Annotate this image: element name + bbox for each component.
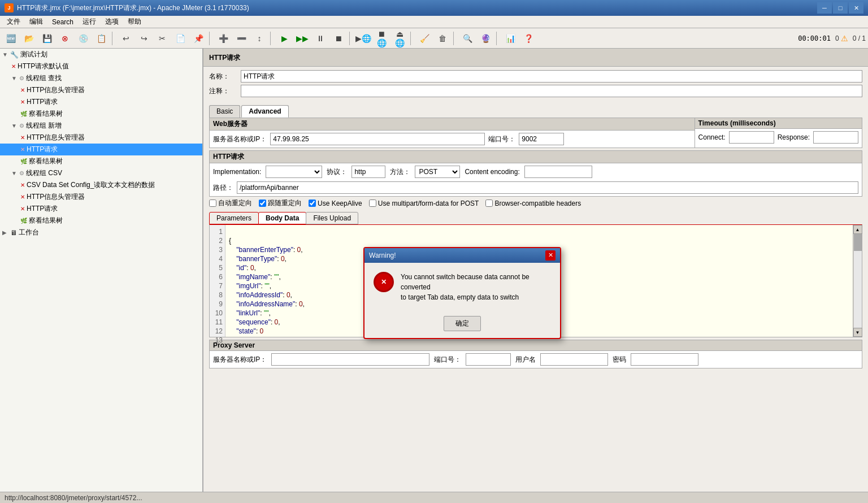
menu-options[interactable]: 选项 (101, 16, 123, 28)
menu-help[interactable]: 帮助 (123, 16, 146, 28)
result-count: 0 / 1 (853, 34, 866, 42)
dialog-message: You cannot switch because data cannot be… (401, 272, 551, 302)
minimize-button[interactable]: ─ (817, 2, 832, 14)
toolbar: 🆕 📂 💾 ⊗ 💿 📋 ↩ ↪ ✂ 📄 📌 ➕ ➖ ↕ ▶ ▶▶ ⏸ ⏹ ▶🌐 … (0, 28, 868, 49)
dialog-titlebar: Warning! ✕ (364, 248, 560, 263)
remote-exit-button[interactable]: ⏏🌐 (391, 31, 408, 46)
pause-button[interactable]: ⏸ (312, 31, 329, 46)
window-controls[interactable]: ─ □ ✕ (817, 2, 863, 14)
paste-button[interactable]: 📌 (190, 31, 207, 46)
start-button[interactable]: ▶ (276, 31, 293, 46)
error-x-icon: ✕ (381, 278, 387, 286)
toolbar-right: 00:00:01 0 ⚠ 0 / 1 (798, 34, 866, 43)
title-bar-left: J HTTP请求.jmx (F:\jmeter.jmx\HTTP请求.jmx) … (5, 3, 249, 13)
redo-button[interactable]: ↪ (136, 31, 153, 46)
tree-view-button[interactable]: 📊 (502, 31, 519, 46)
status-bar: http://localhost:8080/jmeter/proxy/start… (0, 492, 868, 503)
timer-display: 00:00:01 (798, 34, 831, 42)
dialog-error-icon: ✕ (374, 272, 394, 292)
new-button[interactable]: 🆕 (2, 31, 19, 46)
status-text: http://localhost:8080/jmeter/proxy/start… (5, 494, 142, 502)
search-btn[interactable]: 🔍 (459, 31, 476, 46)
copy-button[interactable]: 📄 (172, 31, 189, 46)
menu-file[interactable]: 文件 (2, 16, 25, 28)
function-helper[interactable]: 🔮 (477, 31, 494, 46)
menu-bar: 文件 编辑 Search 运行 选项 帮助 (0, 16, 868, 28)
menu-run[interactable]: 运行 (78, 16, 101, 28)
dialog-title: Warning! (369, 251, 396, 259)
toolbar-sep1 (112, 32, 115, 45)
clear-button[interactable]: 🧹 (416, 31, 433, 46)
remote-stop-button[interactable]: ⏹🌐 (373, 31, 390, 46)
clear-all-button[interactable]: 🗑 (434, 31, 451, 46)
app-icon: J (5, 3, 14, 12)
dialog-message-line1: You cannot switch because data cannot be… (401, 272, 551, 292)
stop2-button[interactable]: ⏹ (330, 31, 347, 46)
toggle-button[interactable]: ↕ (251, 31, 268, 46)
window-title: HTTP请求.jmx (F:\jmeter.jmx\HTTP请求.jmx) - … (17, 3, 249, 13)
toolbar-sep3 (270, 32, 274, 45)
dialog-confirm-button[interactable]: 确定 (444, 316, 481, 331)
open-button[interactable]: 📂 (20, 31, 37, 46)
toolbar-sep7 (496, 32, 500, 45)
modal-overlay: Warning! ✕ ✕ You cannot switch because d… (0, 49, 868, 492)
dialog-footer: 确定 (364, 311, 560, 338)
undo-button[interactable]: ↩ (118, 31, 134, 46)
toolbar-sep4 (349, 32, 353, 45)
menu-search[interactable]: Search (47, 17, 78, 27)
toolbar-sep5 (410, 32, 414, 45)
warning-dialog: Warning! ✕ ✕ You cannot switch because d… (363, 247, 561, 339)
remote-start-button[interactable]: ▶🌐 (355, 31, 372, 46)
warnings-value: 0 (835, 34, 839, 42)
maximize-button[interactable]: □ (833, 2, 848, 14)
expand-button[interactable]: ➕ (215, 31, 232, 46)
dialog-close-button[interactable]: ✕ (545, 250, 555, 261)
title-bar: J HTTP请求.jmx (F:\jmeter.jmx\HTTP请求.jmx) … (0, 0, 868, 16)
dialog-message-line2: to target Tab data, empty data to switch (401, 292, 551, 302)
dialog-body: ✕ You cannot switch because data cannot … (364, 263, 560, 311)
toolbar-sep2 (209, 32, 212, 45)
start-no-pause-button[interactable]: ▶▶ (294, 31, 311, 46)
close-button[interactable]: ✕ (849, 2, 863, 14)
collapse-button[interactable]: ➖ (233, 31, 250, 46)
help-button[interactable]: ❓ (520, 31, 537, 46)
toolbar-sep6 (453, 32, 457, 45)
save-button[interactable]: 💾 (38, 31, 55, 46)
stop-button[interactable]: ⊗ (57, 31, 73, 46)
warning-icon: ⚠ (841, 34, 848, 43)
template-button[interactable]: 📋 (93, 31, 110, 46)
warning-count: 0 ⚠ (835, 34, 848, 43)
save2-button[interactable]: 💿 (75, 31, 92, 46)
menu-edit[interactable]: 编辑 (25, 16, 47, 28)
cut-button[interactable]: ✂ (154, 31, 171, 46)
